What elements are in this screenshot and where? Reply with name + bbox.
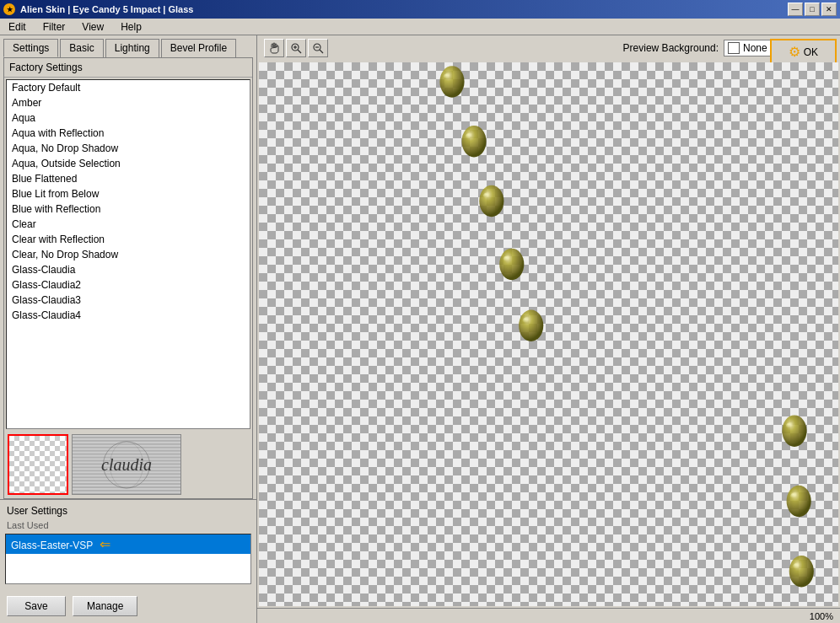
ok-icon: ⚙ (789, 44, 800, 60)
manage-button[interactable]: Manage (73, 596, 137, 616)
menu-filter[interactable]: Filter (38, 19, 71, 35)
tab-bevel-profile[interactable]: Bevel Profile (161, 39, 236, 57)
close-button[interactable]: ✕ (821, 3, 837, 16)
tool-buttons (264, 39, 328, 57)
tab-bar: Settings Basic Lighting Bevel Profile (0, 35, 256, 57)
list-item[interactable]: Clear with Reflection (7, 232, 250, 247)
menu-bar: Edit Filter View Help (0, 19, 840, 35)
list-item[interactable]: Blue Lit from Below (7, 186, 250, 201)
save-button[interactable]: Save (7, 596, 66, 616)
svg-point-40 (787, 486, 811, 517)
zoom-in-tool[interactable] (286, 39, 306, 57)
user-settings-header: User Settings (3, 503, 253, 518)
svg-rect-16 (73, 485, 180, 486)
svg-rect-6 (73, 452, 180, 454)
preview-bg-value: None (743, 42, 767, 54)
list-item[interactable]: Amber (7, 95, 250, 110)
ok-label: OK (804, 46, 818, 58)
list-item[interactable]: Aqua (7, 110, 250, 126)
list-item[interactable]: Blue with Reflection (7, 201, 250, 217)
color-swatch (728, 42, 740, 54)
preview-bg-label: Preview Background: (623, 42, 719, 54)
factory-settings-list[interactable]: Factory Default Amber Aqua Aqua with Ref… (6, 79, 250, 429)
svg-point-28 (439, 66, 464, 97)
svg-point-38 (782, 415, 806, 446)
window-title: Alien Skin | Eye Candy 5 Impact | Glass (20, 4, 193, 14)
claudia-preview: claudia (72, 434, 181, 495)
tab-lighting[interactable]: Lighting (105, 39, 159, 57)
svg-point-33 (482, 192, 493, 201)
svg-line-22 (298, 50, 301, 53)
tab-basic[interactable]: Basic (60, 39, 103, 57)
tab-settings[interactable]: Settings (3, 39, 58, 57)
list-item[interactable]: Blue Flattened (7, 171, 250, 186)
zoom-level: 100% (810, 611, 833, 621)
hand-tool[interactable] (264, 39, 284, 57)
svg-point-42 (789, 556, 814, 587)
list-item[interactable]: Glass-Claudia3 (7, 293, 250, 308)
list-item[interactable]: Glass-Claudia2 (7, 277, 250, 293)
svg-point-32 (479, 185, 503, 217)
main-layout: Settings Basic Lighting Bevel Profile Fa… (0, 35, 840, 623)
user-settings-list[interactable]: Glass-Easter-VSP ⇐ (5, 534, 251, 584)
svg-point-39 (786, 422, 796, 431)
right-top-bar: Preview Background: None ▼ ⚙ OK Cancel (257, 35, 840, 61)
tab-content: Factory Settings Factory Default Amber A… (3, 57, 253, 499)
app-icon: ★ (3, 3, 15, 15)
svg-rect-5 (73, 448, 180, 450)
menu-edit[interactable]: Edit (3, 19, 31, 35)
menu-help[interactable]: Help (116, 19, 147, 35)
preview-thumbnail (8, 434, 68, 495)
svg-point-43 (793, 562, 803, 571)
svg-point-30 (461, 126, 486, 157)
svg-rect-1 (73, 435, 180, 437)
title-bar-text: ★ Alien Skin | Eye Candy 5 Impact | Glas… (3, 3, 193, 15)
ok-button[interactable]: ⚙ OK (770, 39, 837, 65)
user-list-item-selected[interactable]: Glass-Easter-VSP ⇐ (6, 534, 250, 554)
list-item[interactable]: Glass-Claudia (7, 262, 250, 277)
svg-point-36 (519, 310, 543, 341)
svg-rect-13 (73, 475, 180, 476)
list-item[interactable]: Glass-Claudia4 (7, 308, 250, 323)
svg-rect-18 (73, 491, 180, 493)
minimize-button[interactable]: — (788, 3, 803, 16)
maximize-button[interactable]: □ (805, 3, 820, 16)
list-item[interactable]: Clear, No Drop Shadow (7, 247, 250, 262)
factory-settings-section: Factory Settings Factory Default Amber A… (4, 58, 252, 431)
svg-point-31 (466, 132, 476, 141)
svg-line-26 (320, 50, 323, 53)
preview-area (259, 62, 838, 606)
user-settings-section: User Settings Last Used Glass-Easter-VSP… (0, 499, 256, 589)
svg-point-35 (503, 255, 513, 264)
svg-rect-14 (73, 478, 180, 480)
claudia-text: claudia (101, 455, 152, 475)
bottom-buttons: Save Manage (0, 589, 256, 623)
list-item[interactable]: Aqua, Outside Selection (7, 156, 250, 171)
list-item[interactable]: Clear (7, 217, 250, 232)
zoom-out-tool[interactable] (308, 39, 328, 57)
svg-rect-4 (73, 445, 180, 447)
factory-settings-header: Factory Settings (4, 58, 252, 78)
list-item[interactable]: Factory Default (7, 80, 250, 95)
svg-rect-2 (73, 438, 180, 440)
svg-point-29 (444, 73, 454, 81)
arrow-icon: ⇐ (100, 536, 110, 552)
svg-point-37 (522, 317, 532, 325)
left-panel: Settings Basic Lighting Bevel Profile Fa… (0, 35, 257, 623)
status-bar: 100% (257, 608, 840, 623)
preview-thumb-area: claudia (4, 431, 252, 498)
right-panel: Preview Background: None ▼ ⚙ OK Cancel (257, 35, 840, 623)
list-item[interactable]: Aqua with Reflection (7, 126, 250, 141)
glass-drops-svg (259, 62, 838, 598)
window-controls[interactable]: — □ ✕ (788, 3, 837, 16)
menu-view[interactable]: View (77, 19, 109, 35)
svg-rect-15 (73, 481, 180, 483)
tool-area (264, 39, 328, 57)
title-bar: ★ Alien Skin | Eye Candy 5 Impact | Glas… (0, 0, 840, 19)
last-used-label: Last Used (3, 518, 253, 532)
list-item[interactable]: Aqua, No Drop Shadow (7, 141, 250, 156)
svg-point-34 (499, 249, 524, 280)
svg-point-41 (790, 492, 800, 501)
